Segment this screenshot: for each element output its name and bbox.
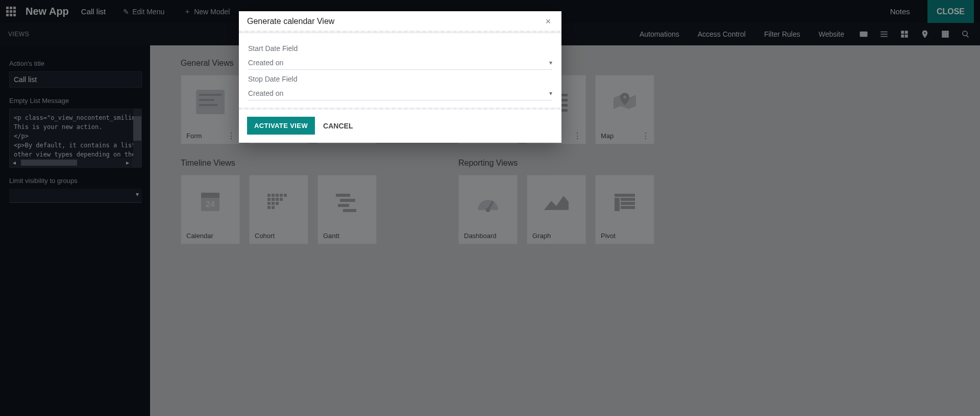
stop-date-label: Stop Date Field (248, 75, 552, 83)
chevron-down-icon: ▾ (549, 59, 552, 66)
activate-view-button[interactable]: ACTIVATE VIEW (247, 117, 315, 135)
modal-close-icon[interactable]: × (543, 16, 553, 27)
chevron-down-icon: ▾ (549, 90, 552, 97)
stop-date-select[interactable]: Created on ▾ (248, 86, 552, 100)
modal-title: Generate calendar View (247, 17, 334, 26)
start-date-select[interactable]: Created on ▾ (248, 56, 552, 70)
cancel-button[interactable]: CANCEL (323, 122, 353, 130)
modal-generate-calendar: Generate calendar View × Start Date Fiel… (239, 11, 561, 143)
start-date-label: Start Date Field (248, 44, 552, 53)
start-date-value: Created on (248, 59, 283, 67)
stop-date-value: Created on (248, 89, 283, 97)
